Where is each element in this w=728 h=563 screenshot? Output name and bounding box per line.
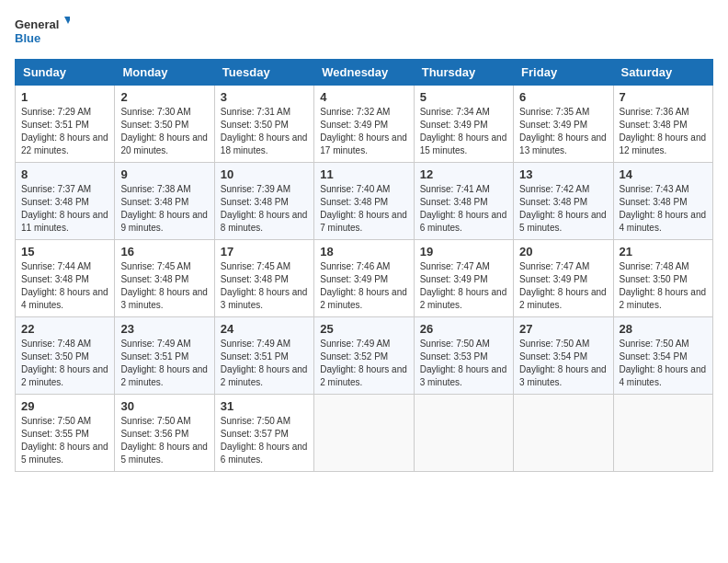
calendar-week-row: 1Sunrise: 7:29 AMSunset: 3:51 PMDaylight… [16, 86, 713, 163]
day-number: 21 [620, 245, 707, 259]
calendar-cell: 3Sunrise: 7:31 AMSunset: 3:50 PMDaylight… [214, 86, 313, 163]
calendar-cell: 12Sunrise: 7:41 AMSunset: 3:48 PMDayligh… [414, 163, 513, 240]
svg-marker-2 [64, 17, 70, 24]
svg-text:General: General [15, 17, 59, 31]
calendar-cell: 31Sunrise: 7:50 AMSunset: 3:57 PMDayligh… [214, 395, 313, 472]
day-number: 31 [221, 399, 308, 413]
cell-text: Sunrise: 7:44 AMSunset: 3:48 PMDaylight:… [21, 261, 108, 310]
day-number: 19 [420, 245, 507, 259]
cell-text: Sunrise: 7:47 AMSunset: 3:49 PMDaylight:… [420, 261, 507, 310]
cell-text: Sunrise: 7:30 AMSunset: 3:50 PMDaylight:… [120, 107, 208, 155]
day-number: 23 [120, 322, 208, 336]
cell-text: Sunrise: 7:48 AMSunset: 3:50 PMDaylight:… [21, 339, 108, 387]
col-header-tuesday: Tuesday [214, 60, 313, 86]
day-number: 13 [519, 167, 607, 181]
calendar-cell: 9Sunrise: 7:38 AMSunset: 3:48 PMDaylight… [115, 163, 214, 240]
col-header-saturday: Saturday [613, 60, 712, 86]
cell-text: Sunrise: 7:45 AMSunset: 3:48 PMDaylight:… [120, 261, 208, 310]
calendar-cell: 13Sunrise: 7:42 AMSunset: 3:48 PMDayligh… [514, 163, 613, 240]
logo: General Blue [15, 15, 70, 50]
cell-text: Sunrise: 7:45 AMSunset: 3:48 PMDaylight:… [221, 261, 308, 310]
day-number: 2 [120, 90, 208, 104]
calendar-cell: 25Sunrise: 7:49 AMSunset: 3:52 PMDayligh… [314, 317, 414, 395]
day-number: 24 [221, 322, 308, 336]
cell-text: Sunrise: 7:50 AMSunset: 3:54 PMDaylight:… [620, 339, 707, 387]
calendar-cell: 7Sunrise: 7:36 AMSunset: 3:48 PMDaylight… [613, 86, 712, 163]
calendar-cell: 19Sunrise: 7:47 AMSunset: 3:49 PMDayligh… [414, 240, 513, 317]
day-number: 1 [21, 90, 108, 104]
day-number: 4 [320, 90, 407, 104]
calendar-cell: 21Sunrise: 7:48 AMSunset: 3:50 PMDayligh… [613, 240, 712, 317]
cell-text: Sunrise: 7:49 AMSunset: 3:51 PMDaylight:… [120, 339, 208, 387]
cell-text: Sunrise: 7:50 AMSunset: 3:54 PMDaylight:… [519, 339, 607, 387]
col-header-friday: Friday [514, 60, 613, 86]
calendar-cell: 30Sunrise: 7:50 AMSunset: 3:56 PMDayligh… [115, 395, 214, 472]
calendar-cell: 8Sunrise: 7:37 AMSunset: 3:48 PMDaylight… [16, 163, 115, 240]
cell-text: Sunrise: 7:50 AMSunset: 3:56 PMDaylight:… [120, 416, 208, 465]
day-number: 22 [21, 322, 108, 336]
calendar-cell: 15Sunrise: 7:44 AMSunset: 3:48 PMDayligh… [16, 240, 115, 317]
cell-text: Sunrise: 7:35 AMSunset: 3:49 PMDaylight:… [519, 107, 607, 155]
calendar-cell: 5Sunrise: 7:34 AMSunset: 3:49 PMDaylight… [414, 86, 513, 163]
cell-text: Sunrise: 7:36 AMSunset: 3:48 PMDaylight:… [620, 107, 707, 155]
calendar-cell: 22Sunrise: 7:48 AMSunset: 3:50 PMDayligh… [16, 317, 115, 395]
calendar-cell: 2Sunrise: 7:30 AMSunset: 3:50 PMDaylight… [115, 86, 214, 163]
day-number: 26 [420, 322, 507, 336]
cell-text: Sunrise: 7:47 AMSunset: 3:49 PMDaylight:… [519, 261, 607, 310]
cell-text: Sunrise: 7:31 AMSunset: 3:50 PMDaylight:… [221, 107, 308, 155]
cell-text: Sunrise: 7:42 AMSunset: 3:48 PMDaylight:… [519, 184, 607, 233]
cell-text: Sunrise: 7:39 AMSunset: 3:48 PMDaylight:… [221, 184, 308, 233]
calendar-cell: 28Sunrise: 7:50 AMSunset: 3:54 PMDayligh… [613, 317, 712, 395]
calendar-week-row: 15Sunrise: 7:44 AMSunset: 3:48 PMDayligh… [16, 240, 713, 317]
calendar-cell [514, 395, 613, 472]
day-number: 10 [221, 167, 308, 181]
logo-svg: General Blue [15, 15, 70, 50]
day-number: 6 [519, 90, 607, 104]
calendar-cell: 16Sunrise: 7:45 AMSunset: 3:48 PMDayligh… [115, 240, 214, 317]
cell-text: Sunrise: 7:50 AMSunset: 3:57 PMDaylight:… [221, 416, 308, 465]
svg-text:Blue: Blue [15, 31, 40, 45]
calendar-cell [613, 395, 712, 472]
day-number: 29 [21, 399, 108, 413]
cell-text: Sunrise: 7:50 AMSunset: 3:55 PMDaylight:… [21, 416, 108, 465]
calendar-cell: 29Sunrise: 7:50 AMSunset: 3:55 PMDayligh… [16, 395, 115, 472]
cell-text: Sunrise: 7:38 AMSunset: 3:48 PMDaylight:… [120, 184, 208, 233]
cell-text: Sunrise: 7:32 AMSunset: 3:49 PMDaylight:… [320, 107, 407, 155]
day-number: 14 [620, 167, 707, 181]
day-number: 27 [519, 322, 607, 336]
cell-text: Sunrise: 7:49 AMSunset: 3:51 PMDaylight:… [221, 339, 308, 387]
calendar-cell: 4Sunrise: 7:32 AMSunset: 3:49 PMDaylight… [314, 86, 414, 163]
day-number: 16 [120, 245, 208, 259]
cell-text: Sunrise: 7:50 AMSunset: 3:53 PMDaylight:… [420, 339, 507, 387]
cell-text: Sunrise: 7:34 AMSunset: 3:49 PMDaylight:… [420, 107, 507, 155]
cell-text: Sunrise: 7:41 AMSunset: 3:48 PMDaylight:… [420, 184, 507, 233]
calendar-cell: 1Sunrise: 7:29 AMSunset: 3:51 PMDaylight… [16, 86, 115, 163]
calendar-cell: 24Sunrise: 7:49 AMSunset: 3:51 PMDayligh… [214, 317, 313, 395]
day-number: 11 [320, 167, 407, 181]
day-number: 8 [21, 167, 108, 181]
calendar-cell: 23Sunrise: 7:49 AMSunset: 3:51 PMDayligh… [115, 317, 214, 395]
calendar-week-row: 29Sunrise: 7:50 AMSunset: 3:55 PMDayligh… [16, 395, 713, 472]
cell-text: Sunrise: 7:37 AMSunset: 3:48 PMDaylight:… [21, 184, 108, 233]
calendar: SundayMondayTuesdayWednesdayThursdayFrid… [15, 59, 713, 472]
calendar-cell: 20Sunrise: 7:47 AMSunset: 3:49 PMDayligh… [514, 240, 613, 317]
day-number: 3 [221, 90, 308, 104]
day-number: 15 [21, 245, 108, 259]
day-number: 30 [120, 399, 208, 413]
header: General Blue [15, 15, 713, 50]
calendar-cell [414, 395, 513, 472]
calendar-cell: 11Sunrise: 7:40 AMSunset: 3:48 PMDayligh… [314, 163, 414, 240]
cell-text: Sunrise: 7:46 AMSunset: 3:49 PMDaylight:… [320, 261, 407, 310]
calendar-cell [314, 395, 414, 472]
day-number: 12 [420, 167, 507, 181]
col-header-thursday: Thursday [414, 60, 513, 86]
cell-text: Sunrise: 7:40 AMSunset: 3:48 PMDaylight:… [320, 184, 407, 233]
day-number: 25 [320, 322, 407, 336]
calendar-cell: 10Sunrise: 7:39 AMSunset: 3:48 PMDayligh… [214, 163, 313, 240]
calendar-week-row: 22Sunrise: 7:48 AMSunset: 3:50 PMDayligh… [16, 317, 713, 395]
calendar-week-row: 8Sunrise: 7:37 AMSunset: 3:48 PMDaylight… [16, 163, 713, 240]
calendar-cell: 17Sunrise: 7:45 AMSunset: 3:48 PMDayligh… [214, 240, 313, 317]
col-header-sunday: Sunday [16, 60, 115, 86]
day-number: 28 [620, 322, 707, 336]
calendar-cell: 27Sunrise: 7:50 AMSunset: 3:54 PMDayligh… [514, 317, 613, 395]
